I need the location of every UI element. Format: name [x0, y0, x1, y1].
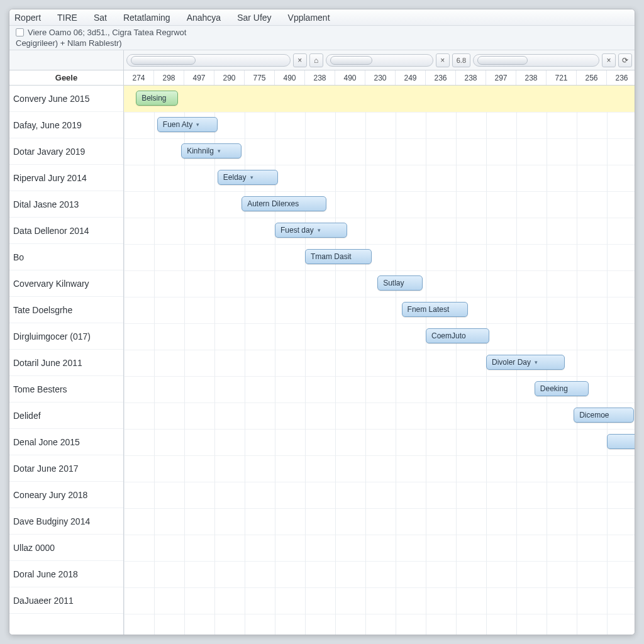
column-header[interactable]: 775 — [245, 70, 275, 85]
menu-item[interactable]: TIRE — [55, 11, 80, 24]
row-label[interactable]: Doral June 2018 — [9, 561, 123, 587]
gantt-bar[interactable]: Divoler Day▾ — [486, 355, 565, 370]
refresh-icon: ⟳ — [622, 56, 628, 65]
zoom-indicator[interactable]: 6.8 — [452, 53, 470, 67]
row-label[interactable]: Tome Besters — [9, 376, 123, 402]
row-label[interactable]: Data Dellenor 2014 — [9, 218, 123, 244]
gantt-bar[interactable]: Belsing — [136, 91, 178, 106]
timeline-row — [124, 429, 635, 455]
refresh-button[interactable]: ⟳ — [618, 53, 632, 67]
column-header[interactable]: 238 — [456, 70, 486, 85]
menu-item[interactable]: Sat — [91, 11, 109, 24]
row-label[interactable]: Dotar Javary 2019 — [9, 138, 123, 165]
timeline-grid[interactable]: BelsingFuen Aty▾Kinhnilg▾Eelday▾Autern D… — [124, 86, 635, 635]
timeline-row: Eelday▾ — [124, 165, 635, 191]
close-button-2[interactable]: × — [436, 53, 450, 67]
row-label[interactable]: Delidef — [9, 402, 123, 429]
gantt-bar[interactable]: Eelday▾ — [218, 170, 278, 185]
row-label[interactable]: Dave Budginy 2014 — [9, 508, 123, 535]
column-header[interactable]: 490 — [275, 70, 305, 85]
column-header[interactable]: 236 — [607, 70, 635, 85]
column-header[interactable]: 236 — [426, 70, 456, 85]
column-header[interactable]: 290 — [214, 70, 245, 85]
row-label[interactable]: Dital Jasne 2013 — [9, 191, 123, 218]
subheader-line2: Cegigrileer) + Nlam Rablestr) — [16, 38, 122, 48]
hscrollbar-3[interactable] — [473, 54, 599, 67]
row-label[interactable]: Dafay, June 2019 — [9, 112, 123, 138]
timeline-row: Autern Dilerxes — [124, 191, 635, 218]
gantt-bar-label: CoemJuto — [431, 331, 466, 340]
gantt-bar-label: Sutlay — [383, 279, 404, 287]
timeline-row: Dicemoe — [124, 402, 635, 429]
column-header[interactable]: 298 — [154, 70, 184, 85]
sub-header: Viere Oamo 06; 3d51., Cigra Tatea Regrwo… — [9, 26, 635, 50]
column-header[interactable]: 249 — [396, 70, 426, 85]
chevron-down-icon: ▾ — [318, 227, 321, 233]
menu-item[interactable]: Anahcya — [184, 11, 223, 24]
column-header[interactable]: 490 — [335, 70, 365, 85]
row-label[interactable]: Ullaz 0000 — [9, 535, 123, 561]
grid-body: Convery June 2015Dafay, June 2019Dotar J… — [9, 86, 635, 635]
hscrollbar-2[interactable] — [326, 54, 433, 67]
timeline-row: Divoler Day▾ — [124, 350, 635, 376]
column-header[interactable]: 497 — [184, 70, 214, 85]
gantt-bar-label: Divoler Day — [492, 358, 531, 367]
gantt-bar-label: Eelday — [223, 173, 247, 182]
gantt-bar[interactable]: Dicemoe — [574, 408, 634, 423]
gantt-bar-label: Fnem Latest — [408, 305, 450, 314]
timeline-row — [124, 455, 635, 482]
timeline-row: Fuest day▾ — [124, 218, 635, 244]
timeline-row: Sutlay — [124, 270, 635, 297]
gantt-bar[interactable]: Kinhnilg▾ — [181, 143, 242, 158]
column-header[interactable]: 274 — [124, 70, 154, 85]
checkbox-icon[interactable] — [16, 28, 24, 36]
row-label[interactable]: Denal Jone 2015 — [9, 429, 123, 455]
gantt-bar-label: Tmam Dasit — [311, 252, 352, 261]
gantt-bar[interactable]: Sutlay — [377, 275, 423, 291]
row-label[interactable]: Riperval Jury 2014 — [9, 165, 123, 191]
menu-item[interactable]: Retatlaming — [121, 11, 173, 24]
hscrollbar-1[interactable] — [126, 54, 291, 67]
gantt-bar[interactable] — [607, 434, 635, 449]
gantt-bar-label: Dicemoe — [579, 411, 609, 419]
column-header[interactable]: 297 — [486, 70, 516, 85]
gantt-bar[interactable]: Fnem Latest — [402, 302, 469, 317]
close-button-3[interactable]: × — [602, 53, 616, 67]
row-label[interactable]: Dotaril June 2011 — [9, 350, 123, 376]
menubar: RopertTIRESatRetatlamingAnahcyaSar UfeyV… — [9, 9, 635, 26]
row-label[interactable]: DaJuaeer 2011 — [9, 587, 123, 614]
column-header[interactable]: 721 — [547, 70, 577, 85]
column-header-row: Geele 2742984972907754902384902302492362… — [9, 70, 635, 86]
column-header[interactable]: 230 — [365, 70, 396, 85]
row-label[interactable]: Tate Doelsgrhe — [9, 297, 123, 323]
row-label[interactable]: Convery June 2015 — [9, 86, 123, 112]
header-strip: × ⌂ × 6.8 × ⟳ — [9, 50, 635, 70]
row-labels: Convery June 2015Dafay, June 2019Dotar J… — [9, 86, 124, 635]
column-header[interactable]: 256 — [577, 70, 607, 85]
subheader-line1: Viere Oamo 06; 3d51., Cigra Tatea Regrwo… — [28, 28, 186, 37]
menu-item[interactable]: Sar Ufey — [235, 11, 274, 24]
row-label[interactable]: Covervary Kilnwary — [9, 270, 123, 297]
gantt-bar-label: Deeking — [540, 384, 568, 393]
gantt-bar[interactable]: Fuen Aty▾ — [157, 117, 218, 132]
gantt-bar[interactable]: Autern Dilerxes — [242, 196, 326, 211]
menu-item[interactable]: Ropert — [12, 11, 43, 24]
gantt-bar[interactable]: Tmam Dasit — [305, 249, 372, 264]
timeline-row: Fnem Latest — [124, 297, 635, 323]
row-label[interactable]: Bo — [9, 244, 123, 270]
gantt-bar-label: Fuen Aty — [163, 120, 192, 129]
gantt-bar[interactable]: Fuest day▾ — [275, 223, 347, 238]
menu-item[interactable]: Vpplament — [286, 11, 333, 24]
timeline-row — [124, 508, 635, 535]
row-label[interactable]: Dotar June 2017 — [9, 455, 123, 482]
close-button[interactable]: × — [293, 53, 307, 67]
timeline-row: Deeking — [124, 376, 635, 402]
row-label[interactable]: Coneary Jury 2018 — [9, 482, 123, 508]
column-header[interactable]: 238 — [516, 70, 547, 85]
column-header[interactable]: 238 — [305, 70, 335, 85]
corner-label: Geele — [9, 70, 124, 85]
gantt-bar[interactable]: CoemJuto — [426, 328, 489, 343]
row-label[interactable]: Dirgluimgocer (017) — [9, 323, 123, 350]
home-button[interactable]: ⌂ — [309, 53, 323, 67]
gantt-bar[interactable]: Deeking — [535, 381, 589, 396]
